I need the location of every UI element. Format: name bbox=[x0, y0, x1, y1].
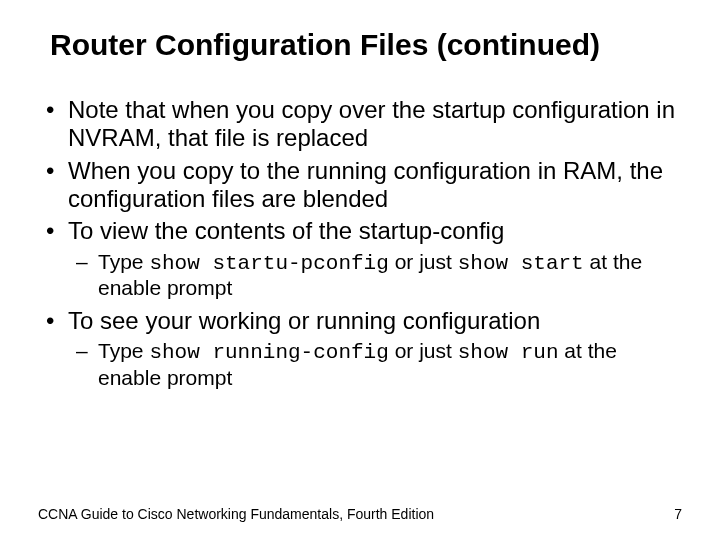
slide-title: Router Configuration Files (continued) bbox=[38, 28, 682, 62]
sub-3-1-a: Type bbox=[98, 250, 149, 273]
bullet-3-text: To view the contents of the startup-conf… bbox=[68, 217, 504, 244]
footer-text: CCNA Guide to Cisco Networking Fundament… bbox=[38, 506, 434, 522]
sub-3-1-b: show startu-pconfig bbox=[149, 252, 388, 275]
sub-3-1-c: or just bbox=[389, 250, 458, 273]
bullet-list: Note that when you copy over the startup… bbox=[38, 96, 682, 391]
sublist-4: Type show running-config or just show ru… bbox=[68, 339, 682, 391]
sub-3-1-d: show start bbox=[458, 252, 584, 275]
bullet-3: To view the contents of the startup-conf… bbox=[38, 217, 682, 301]
bullet-4-text: To see your working or running configura… bbox=[68, 307, 540, 334]
page-number: 7 bbox=[674, 506, 682, 522]
sublist-3: Type show startu-pconfig or just show st… bbox=[68, 250, 682, 302]
sub-4-1-d: show run bbox=[458, 341, 559, 364]
sub-4-1: Type show running-config or just show ru… bbox=[68, 339, 682, 391]
sub-4-1-b: show running-config bbox=[149, 341, 388, 364]
bullet-1: Note that when you copy over the startup… bbox=[38, 96, 682, 153]
slide: Router Configuration Files (continued) N… bbox=[0, 0, 720, 540]
sub-4-1-c: or just bbox=[389, 339, 458, 362]
sub-4-1-a: Type bbox=[98, 339, 149, 362]
sub-3-1: Type show startu-pconfig or just show st… bbox=[68, 250, 682, 302]
bullet-4: To see your working or running configura… bbox=[38, 307, 682, 391]
bullet-2: When you copy to the running configurati… bbox=[38, 157, 682, 214]
